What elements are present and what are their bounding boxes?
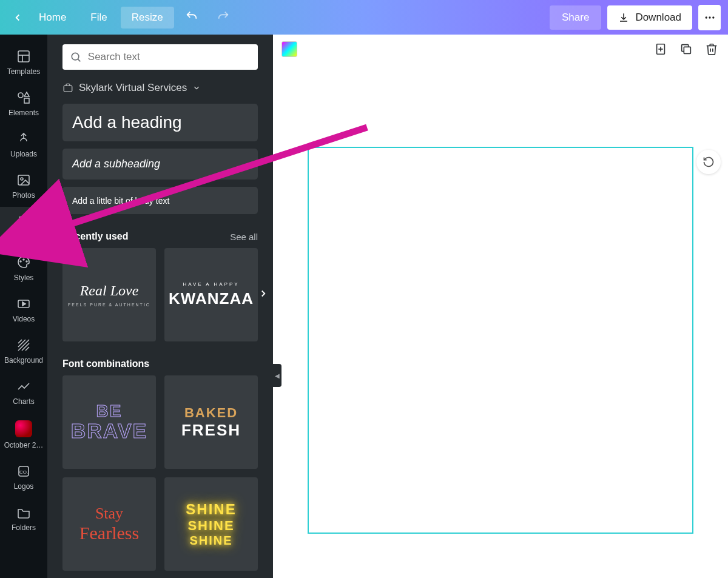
font-combinations-grid: BE BRAVE BAKED FRESH Stay Fearless SHINE…	[62, 375, 258, 571]
rail-label: Videos	[13, 315, 35, 323]
scroll-right-icon[interactable]	[258, 288, 269, 301]
card-title: Real Love	[80, 283, 139, 299]
rail-text[interactable]: Text	[0, 207, 47, 248]
back-icon[interactable]	[12, 12, 23, 23]
reset-view-button[interactable]	[696, 150, 721, 174]
search-input[interactable]	[88, 51, 251, 63]
more-button[interactable]	[698, 5, 721, 30]
add-heading-label: Add a heading	[72, 113, 182, 132]
redo-icon[interactable]	[217, 10, 230, 25]
svg-line-26	[78, 59, 80, 61]
svg-point-25	[72, 53, 79, 60]
svg-line-19	[18, 340, 25, 347]
svg-point-13	[20, 261, 21, 262]
rail-label: Photos	[12, 191, 35, 200]
svg-rect-3	[18, 51, 29, 62]
rail-templates[interactable]: Templates	[0, 42, 47, 83]
home-button[interactable]: Home	[28, 7, 77, 29]
combo-stay-fearless[interactable]: Stay Fearless	[62, 477, 156, 571]
chevron-down-icon	[192, 84, 201, 92]
svg-rect-31	[684, 47, 690, 53]
rail-photos[interactable]: Photos	[0, 166, 47, 207]
videos-icon	[16, 297, 31, 311]
svg-point-15	[26, 261, 27, 262]
recent-template-real-love[interactable]: Real Love FEELS PURE & AUTHENTIC	[62, 248, 156, 341]
templates-icon	[16, 49, 31, 64]
rail-styles[interactable]: Styles	[0, 248, 47, 289]
rail-october-folder[interactable]: October 2…	[0, 413, 47, 457]
svg-line-22	[25, 347, 29, 351]
rail-label: Charts	[13, 397, 34, 406]
canvas-area	[273, 35, 728, 578]
top-bar-right: Share Download	[550, 5, 721, 30]
download-button[interactable]: Download	[607, 5, 692, 30]
svg-point-0	[705, 16, 707, 18]
svg-point-2	[712, 16, 714, 18]
rail-charts[interactable]: Charts	[0, 372, 47, 413]
card-overline: HAVE A HAPPY	[183, 281, 239, 287]
duplicate-page-icon[interactable]	[678, 41, 694, 57]
brand-label: Skylark Virtual Services	[79, 82, 187, 94]
add-heading-button[interactable]: Add a heading	[62, 104, 258, 141]
combo-shine[interactable]: SHINE SHINE SHINE	[164, 477, 258, 571]
folder-thumb-icon	[15, 420, 32, 437]
search-icon	[70, 50, 82, 64]
folders-icon	[16, 505, 31, 520]
file-button[interactable]: File	[79, 7, 118, 29]
design-page[interactable]	[308, 147, 693, 534]
brand-kit-selector[interactable]: Skylark Virtual Services	[62, 82, 258, 94]
rail-background[interactable]: Background	[0, 331, 47, 372]
svg-line-18	[18, 340, 22, 343]
combo-baked-fresh[interactable]: BAKED FRESH	[164, 375, 258, 469]
combo-line2: BRAVE	[71, 420, 148, 442]
add-subheading-button[interactable]: Add a subheading	[62, 149, 258, 180]
card-title: KWANZAA	[169, 289, 254, 308]
search-box[interactable]	[62, 44, 258, 70]
rail-videos[interactable]: Videos	[0, 289, 47, 331]
combo-line2: FRESH	[181, 421, 241, 440]
svg-rect-27	[64, 86, 72, 92]
add-subheading-label: Add a subheading	[72, 158, 160, 170]
ellipsis-icon	[704, 12, 716, 24]
undo-redo-group	[185, 10, 230, 25]
rail-label: Background	[4, 356, 43, 365]
svg-point-1	[709, 16, 710, 18]
svg-marker-17	[22, 302, 25, 306]
share-button[interactable]: Share	[550, 5, 601, 30]
collapse-panel-button[interactable]: ◀	[273, 364, 281, 387]
canvas-toolbar	[273, 35, 728, 64]
svg-rect-7	[24, 98, 29, 103]
see-all-link[interactable]: See all	[230, 232, 258, 242]
undo-icon[interactable]	[185, 10, 198, 25]
side-rail: Templates Elements Uploads Photos Text S…	[0, 35, 47, 578]
rail-label: Uploads	[10, 150, 37, 158]
design-stage[interactable]	[273, 98, 728, 578]
rail-label: October 2…	[4, 441, 44, 449]
background-color-swatch[interactable]	[281, 41, 297, 57]
delete-page-icon[interactable]	[704, 41, 720, 57]
combo-be-brave[interactable]: BE BRAVE	[62, 375, 156, 469]
svg-text:CO.: CO.	[19, 469, 28, 475]
resize-button[interactable]: Resize	[121, 7, 174, 29]
rail-label: Templates	[7, 67, 41, 76]
rail-logos[interactable]: CO. Logos	[0, 457, 47, 498]
card-subtitle: FEELS PURE & AUTHENTIC	[68, 303, 150, 307]
combo-line1: BAKED	[184, 405, 238, 421]
rail-label: Elements	[8, 109, 39, 117]
recently-used-title: Recently used	[62, 231, 128, 242]
add-body-text-button[interactable]: Add a little bit of body text	[62, 187, 258, 214]
rail-uploads[interactable]: Uploads	[0, 124, 47, 166]
rail-folders[interactable]: Folders	[0, 498, 47, 539]
svg-point-6	[18, 93, 23, 98]
download-label: Download	[635, 12, 681, 24]
rail-label: Folders	[12, 523, 36, 532]
elements-icon	[16, 90, 31, 105]
svg-line-21	[22, 343, 29, 351]
photos-icon	[16, 173, 31, 187]
styles-icon	[16, 255, 31, 270]
recent-template-kwanzaa[interactable]: HAVE A HAPPY KWANZAA	[164, 248, 258, 341]
briefcase-icon	[62, 82, 73, 93]
add-page-icon[interactable]	[653, 41, 669, 57]
rail-elements[interactable]: Elements	[0, 83, 47, 124]
top-bar-left: Home File Resize	[12, 7, 230, 29]
